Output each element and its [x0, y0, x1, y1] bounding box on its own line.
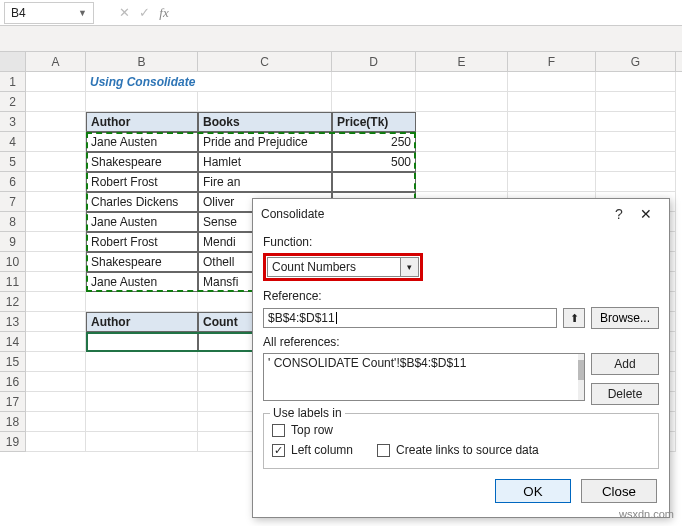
row-header[interactable]: 16: [0, 372, 26, 392]
cell[interactable]: [26, 312, 86, 332]
row-header[interactable]: 1: [0, 72, 26, 92]
cell[interactable]: [86, 392, 198, 412]
cell[interactable]: [26, 72, 86, 92]
table-cell[interactable]: Fire an: [198, 172, 332, 192]
left-column-checkbox[interactable]: ✓ Left column: [272, 443, 353, 457]
cell[interactable]: [332, 72, 416, 92]
col-header[interactable]: A: [26, 52, 86, 71]
cell[interactable]: [26, 372, 86, 392]
cell[interactable]: [26, 252, 86, 272]
table-cell[interactable]: 500: [332, 152, 416, 172]
top-row-checkbox[interactable]: Top row: [272, 423, 333, 437]
cell[interactable]: [508, 152, 596, 172]
cell[interactable]: [198, 72, 332, 92]
cell[interactable]: [416, 152, 508, 172]
cell[interactable]: [26, 292, 86, 312]
cell[interactable]: [26, 412, 86, 432]
cell[interactable]: [26, 112, 86, 132]
row-header[interactable]: 4: [0, 132, 26, 152]
cell[interactable]: [86, 352, 198, 372]
col-header[interactable]: F: [508, 52, 596, 71]
cell[interactable]: [416, 72, 508, 92]
cell[interactable]: [26, 272, 86, 292]
table-cell[interactable]: Shakespeare: [86, 252, 198, 272]
cell[interactable]: [26, 352, 86, 372]
browse-button[interactable]: Browse...: [591, 307, 659, 329]
cell[interactable]: [86, 292, 198, 312]
cancel-icon[interactable]: ✕: [114, 5, 134, 20]
row-header[interactable]: 12: [0, 292, 26, 312]
cell[interactable]: [86, 92, 198, 112]
row-header[interactable]: 11: [0, 272, 26, 292]
all-refs-listbox[interactable]: ' CONSOLIDATE Count'!$B$4:$D$11: [263, 353, 585, 401]
table-cell[interactable]: Shakespeare: [86, 152, 198, 172]
cell[interactable]: [26, 232, 86, 252]
chevron-down-icon[interactable]: ▼: [78, 8, 87, 18]
cell[interactable]: [26, 172, 86, 192]
cell[interactable]: [416, 132, 508, 152]
table-cell[interactable]: Pride and Prejudice: [198, 132, 332, 152]
table-cell[interactable]: [86, 332, 198, 352]
title-cell[interactable]: Using Consolidate Option: [86, 72, 198, 92]
fx-icon[interactable]: fx: [154, 5, 174, 21]
row-header[interactable]: 19: [0, 432, 26, 452]
cell[interactable]: [26, 432, 86, 452]
row-header[interactable]: 13: [0, 312, 26, 332]
cell[interactable]: [86, 372, 198, 392]
col-header[interactable]: E: [416, 52, 508, 71]
scrollbar[interactable]: [578, 354, 584, 400]
row-header[interactable]: 18: [0, 412, 26, 432]
cell[interactable]: [26, 192, 86, 212]
table-cell[interactable]: Charles Dickens: [86, 192, 198, 212]
reference-input[interactable]: $B$4:$D$11: [263, 308, 557, 328]
cell[interactable]: [198, 92, 332, 112]
col-header[interactable]: B: [86, 52, 198, 71]
table-header[interactable]: Price(Tk): [332, 112, 416, 132]
cell[interactable]: [416, 112, 508, 132]
help-icon[interactable]: ?: [607, 206, 631, 222]
cell[interactable]: [508, 172, 596, 192]
collapse-dialog-icon[interactable]: ⬆: [563, 308, 585, 328]
cell[interactable]: [508, 72, 596, 92]
cell[interactable]: [508, 92, 596, 112]
col-header[interactable]: G: [596, 52, 676, 71]
table-header[interactable]: Author: [86, 112, 198, 132]
table-header[interactable]: Author: [86, 312, 198, 332]
add-button[interactable]: Add: [591, 353, 659, 375]
table-header[interactable]: Books: [198, 112, 332, 132]
close-button[interactable]: Close: [581, 479, 657, 503]
table-cell[interactable]: Robert Frost: [86, 172, 198, 192]
function-combo[interactable]: Count Numbers ▾: [267, 257, 419, 277]
row-header[interactable]: 6: [0, 172, 26, 192]
select-all-corner[interactable]: [0, 52, 26, 71]
cell[interactable]: [596, 112, 676, 132]
row-header[interactable]: 7: [0, 192, 26, 212]
cell[interactable]: [26, 212, 86, 232]
cell[interactable]: [596, 72, 676, 92]
table-cell[interactable]: [332, 172, 416, 192]
close-icon[interactable]: ✕: [631, 206, 661, 222]
col-header[interactable]: D: [332, 52, 416, 71]
ok-button[interactable]: OK: [495, 479, 571, 503]
cell[interactable]: [508, 132, 596, 152]
create-links-checkbox[interactable]: Create links to source data: [377, 443, 539, 457]
row-header[interactable]: 17: [0, 392, 26, 412]
cell[interactable]: [596, 92, 676, 112]
row-header[interactable]: 9: [0, 232, 26, 252]
cell[interactable]: [508, 112, 596, 132]
delete-button[interactable]: Delete: [591, 383, 659, 405]
cell[interactable]: [26, 392, 86, 412]
row-header[interactable]: 14: [0, 332, 26, 352]
row-header[interactable]: 2: [0, 92, 26, 112]
row-header[interactable]: 10: [0, 252, 26, 272]
row-header[interactable]: 15: [0, 352, 26, 372]
row-header[interactable]: 5: [0, 152, 26, 172]
cell[interactable]: [86, 412, 198, 432]
cell[interactable]: [26, 92, 86, 112]
check-icon[interactable]: ✓: [134, 5, 154, 20]
table-cell[interactable]: Jane Austen: [86, 132, 198, 152]
cell[interactable]: [416, 92, 508, 112]
row-header[interactable]: 3: [0, 112, 26, 132]
dialog-titlebar[interactable]: Consolidate ? ✕: [253, 199, 669, 229]
table-cell[interactable]: Jane Austen: [86, 212, 198, 232]
